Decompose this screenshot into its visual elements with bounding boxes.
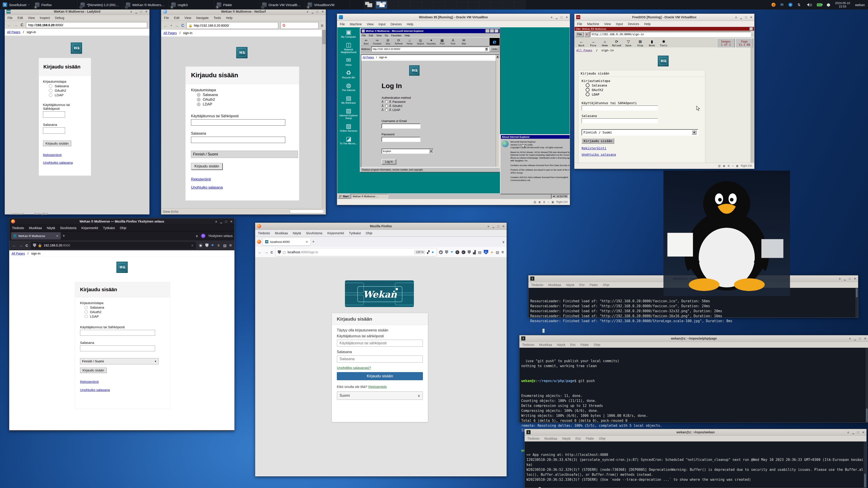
close-button[interactable]: ✕	[321, 10, 324, 13]
menu-item[interactable]: Debug	[55, 16, 64, 20]
workspace-10[interactable]	[468, 1, 479, 8]
radio-option[interactable]: ÂÂPassword	[381, 100, 490, 103]
radio-option[interactable]: Salasana	[197, 93, 293, 97]
menu-item[interactable]: Navigate	[196, 16, 209, 20]
password-input[interactable]	[43, 127, 65, 134]
menu-item[interactable]: Input	[616, 22, 623, 26]
menu-item[interactable]: Pääte	[586, 437, 594, 440]
minimize-button[interactable]: ‗	[493, 225, 494, 228]
radio-option[interactable]: LDAP	[586, 92, 702, 96]
maximize-button[interactable]: □	[849, 277, 850, 281]
tab-localhost[interactable]: W localhost:4000/ ✕	[263, 238, 310, 246]
signin-button[interactable]: Kirjaudu sisään	[191, 163, 222, 170]
menu-item[interactable]: Machine	[587, 22, 599, 26]
shade-button[interactable]: ∧	[130, 10, 132, 13]
menu-item[interactable]: File	[164, 16, 169, 20]
toolbar-button[interactable]: ✶ Favorites	[426, 38, 437, 45]
shade-button[interactable]: ∧	[847, 431, 849, 434]
keyboard-layout-indicator[interactable]: FI	[780, 3, 783, 6]
shade-button[interactable]: ∧	[839, 277, 841, 281]
desktop-icon-label[interactable]: sanitize.txt	[9, 212, 23, 215]
shade-button[interactable]: ∧	[849, 337, 851, 340]
toolbar-button[interactable]: → Forw	[587, 39, 599, 47]
shade-button[interactable]: ∧	[551, 15, 553, 19]
language-select[interactable]: Suomi ∨	[337, 391, 423, 400]
desktop-icon[interactable]: ◫ Network Neighborhood	[338, 41, 359, 54]
radio-icon[interactable]	[385, 104, 388, 107]
menu-item[interactable]: Kirjanmerkit	[81, 226, 98, 230]
volume-icon[interactable]: )))	[805, 3, 812, 6]
all-pages-link[interactable]: All Pages	[11, 252, 25, 255]
netsurf-vscrollbar[interactable]	[322, 30, 326, 208]
address-dropdown-icon[interactable]: ▼	[485, 47, 488, 51]
hp-tray-icon[interactable]: hp	[788, 3, 793, 7]
workspace-7[interactable]	[433, 1, 445, 8]
ie-vscrollbar[interactable]: ▲	[496, 55, 499, 167]
netsurf-hscrollbar[interactable]	[289, 210, 324, 213]
workspace-2[interactable]	[376, 1, 387, 8]
menu-item[interactable]: Edit	[18, 16, 23, 20]
menu-item[interactable]: View	[604, 22, 611, 26]
menu-item[interactable]: Help	[405, 34, 410, 37]
menu-item[interactable]: Muokkaa	[548, 283, 561, 287]
radio-option[interactable]: LDAP	[197, 102, 293, 106]
list-tabs-icon[interactable]: ∨	[502, 240, 505, 244]
password-input[interactable]	[191, 137, 285, 143]
username-input[interactable]	[191, 119, 285, 126]
tracking-shield-icon[interactable]	[33, 243, 36, 247]
menu-item[interactable]: Edit	[174, 16, 180, 20]
menu-item[interactable]: Etsi	[570, 343, 576, 347]
radio-icon[interactable]	[85, 306, 88, 309]
menu-item[interactable]: File	[577, 22, 582, 26]
toolbar-button[interactable]: ⌂ Home	[599, 39, 611, 47]
xampp-tray-icon[interactable]: ⊗	[772, 3, 776, 7]
fingerprint-ext-icon[interactable]: ◉	[439, 250, 443, 254]
back-icon[interactable]: ←	[12, 243, 16, 248]
radio-option[interactable]: OAuth2	[49, 89, 87, 92]
menu-item[interactable]: Favorites	[391, 34, 401, 37]
ie-titlebar[interactable]: WeKan ® Multiverse - Microsoft Internet …	[361, 29, 500, 33]
screenshot-icon[interactable]: ▞	[427, 250, 430, 254]
firefox-titlebar[interactable]: Mozilla Firefox ∧‗□✕	[255, 223, 506, 230]
radio-icon[interactable]	[49, 89, 53, 92]
desktop-icon[interactable]: ▤ My Briefcase	[338, 95, 359, 104]
username-input[interactable]	[80, 330, 155, 336]
signin-button[interactable]: Kirjaudu sisään	[43, 140, 71, 146]
forgot-link[interactable]: Unohtuiko salasana	[43, 161, 73, 164]
menu-item[interactable]: View	[376, 34, 382, 37]
menu-item[interactable]: File	[362, 34, 366, 37]
page-info-icon[interactable]: ▢	[283, 250, 286, 254]
toolbar-button[interactable]: ⇒ Forward	[372, 38, 382, 45]
url-input[interactable]: http://192.168.0.20:8000/sign-in	[590, 32, 751, 37]
workspace-14[interactable]	[514, 1, 525, 8]
radio-option[interactable]: OAuth2	[197, 98, 293, 102]
language-select[interactable]: English ▼	[381, 149, 434, 154]
menu-item[interactable]: Tiedosto	[527, 437, 539, 440]
taskbar-button[interactable]: VirtualBoxVM 2	[305, 0, 350, 9]
register-link[interactable]: Rekisteröinti	[191, 177, 211, 181]
minimize-button[interactable]: ‗	[556, 15, 557, 19]
menu-item[interactable]: Ohje	[603, 283, 610, 287]
menu-item[interactable]: Help	[226, 16, 232, 20]
toolbar-button[interactable]: ⊘ Stop	[382, 38, 393, 45]
minimize-button[interactable]: ‗	[220, 220, 222, 223]
hamburger-icon[interactable]: ≡	[501, 250, 504, 255]
menu-item[interactable]: View	[184, 16, 191, 20]
menu-item[interactable]: Devices	[391, 22, 402, 26]
battery-icon[interactable]	[817, 3, 822, 6]
close-button[interactable]: ✕	[502, 225, 505, 228]
desktop-icon[interactable]: ✉ Inbox	[338, 57, 359, 66]
toolbar-button[interactable]: ▮ Book	[646, 39, 658, 47]
select-arrow-icon[interactable]: ▼	[692, 130, 696, 135]
radio-icon[interactable]	[385, 100, 388, 103]
url-input[interactable]: 🔒 http://192.168.0.20:8000/	[186, 22, 278, 29]
toolbar-button[interactable]: ← Back	[576, 39, 587, 47]
vbox-titlebar[interactable]: OS FreeDOS [Running] - Oracle VM Virtual…	[575, 14, 754, 21]
new-tab-button[interactable]: +	[312, 239, 315, 244]
menu-item[interactable]: Tiedosto	[531, 283, 543, 287]
radio-option[interactable]: LDAP	[49, 93, 87, 97]
maximize-button[interactable]: □	[561, 15, 562, 19]
password-input[interactable]	[80, 346, 155, 351]
menu-item[interactable]: Machine	[350, 22, 362, 26]
radio-option[interactable]: ÂÂOAuth2	[381, 104, 490, 107]
